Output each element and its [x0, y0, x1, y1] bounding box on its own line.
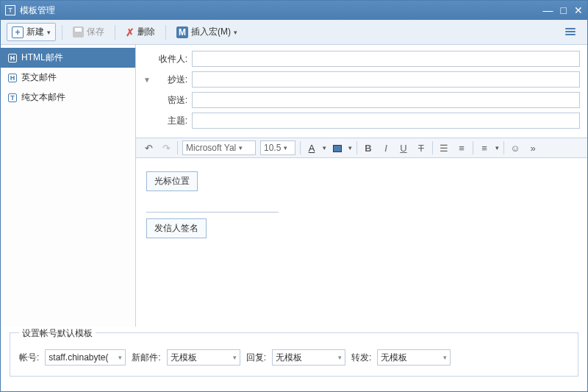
newmail-value: 无模板 [171, 352, 197, 364]
insert-macro-button[interactable]: M 插入宏(M) ▾ [172, 24, 242, 40]
font-size-value: 10.5 [264, 143, 281, 153]
newmail-label: 新邮件: [132, 352, 160, 364]
sidebar-item-html-mail[interactable]: H HTML邮件 [1, 48, 135, 68]
bold-button[interactable]: B [362, 143, 375, 154]
chevron-down-icon: ▾ [118, 354, 122, 361]
html-icon: H [8, 74, 17, 82]
forward-select[interactable]: 无模板 ▾ [377, 349, 451, 366]
toolbar-separator [62, 25, 62, 40]
account-select[interactable]: staff.chinabyte( ▾ [45, 349, 126, 366]
toolbar-separator [177, 141, 178, 154]
new-button[interactable]: + 新建 ▾ [7, 23, 56, 41]
subject-label: 主题: [152, 115, 187, 127]
text-icon: T [8, 93, 17, 102]
redo-button[interactable]: ↷ [159, 143, 173, 154]
panel-legend: 设置帐号默认模板 [19, 327, 96, 340]
window-title: 模板管理 [20, 4, 543, 17]
close-button[interactable]: ✕ [574, 4, 583, 16]
cursor-position-badge[interactable]: 光标位置 [146, 171, 198, 191]
html-icon: H [8, 54, 17, 63]
chevron-down-icon[interactable]: ▾ [348, 144, 352, 152]
font-family-select[interactable]: Microsoft Yal ▾ [182, 140, 256, 155]
strike-button[interactable]: T [415, 143, 428, 154]
chevron-down-icon: ▾ [233, 354, 237, 361]
macro-icon: M [176, 26, 188, 38]
cc-label: 抄送: [152, 74, 187, 86]
to-input[interactable] [192, 51, 580, 67]
default-template-row: 帐号: staff.chinabyte( ▾ 新邮件: 无模板 ▾ 回复: 无模… [19, 349, 569, 366]
toolbar-separator [356, 141, 357, 154]
delete-button[interactable]: ✗ 删除 [121, 24, 159, 40]
italic-button[interactable]: I [379, 143, 392, 154]
account-value: staff.chinabyte( [49, 352, 108, 363]
app-icon: T [5, 5, 15, 15]
newmail-select[interactable]: 无模板 ▾ [167, 349, 240, 366]
save-button: 保存 [68, 24, 109, 40]
list-view-button[interactable] [561, 26, 581, 39]
bcc-input[interactable] [192, 92, 580, 108]
toolbar-separator [473, 141, 473, 154]
list-icon [565, 28, 577, 37]
editor-toolbar: ↶ ↷ Microsoft Yal ▾ 10.5 ▾ A▾ ▾ B I U T [136, 138, 587, 158]
font-color-button[interactable]: A [305, 143, 318, 154]
highlight-swatch-icon [333, 145, 342, 152]
row-cc: ▼ 抄送: [143, 71, 580, 88]
sender-signature-badge[interactable]: 发信人签名 [146, 218, 207, 238]
template-sidebar: H HTML邮件 H 英文邮件 T 纯文本邮件 [1, 45, 136, 327]
toolbar-separator [165, 25, 166, 40]
delete-label: 删除 [137, 26, 155, 38]
to-label: 收件人: [152, 53, 187, 65]
reply-label: 回复: [246, 352, 266, 364]
align-button[interactable]: ≡ [478, 143, 491, 154]
signature-divider [146, 212, 279, 213]
reply-select[interactable]: 无模板 ▾ [272, 349, 345, 366]
sidebar-item-plaintext-mail[interactable]: T 纯文本邮件 [1, 88, 135, 107]
editor-body[interactable]: 光标位置 发信人签名 [136, 158, 587, 327]
undo-button[interactable]: ↶ [142, 143, 155, 154]
header-fields: 收件人: ▼ 抄送: 密送: 主题: [136, 45, 587, 138]
more-button[interactable]: » [526, 143, 539, 154]
toolbar-separator [432, 141, 433, 154]
toolbar-separator [503, 141, 504, 154]
titlebar: T 模板管理 — □ ✕ [1, 1, 587, 20]
maximize-button[interactable]: □ [561, 4, 567, 16]
body-area: H HTML邮件 H 英文邮件 T 纯文本邮件 收件人: ▼ [1, 45, 587, 327]
row-to: 收件人: [143, 51, 580, 67]
account-label: 帐号: [19, 352, 39, 364]
subject-input[interactable] [192, 113, 580, 129]
bullet-list-button[interactable]: ☰ [437, 143, 451, 154]
toolbar-separator [115, 25, 115, 40]
emoji-button[interactable]: ☺ [509, 143, 522, 154]
underline-button[interactable]: U [397, 143, 410, 154]
delete-icon: ✗ [126, 26, 135, 38]
sidebar-item-english-mail[interactable]: H 英文邮件 [1, 68, 135, 88]
sidebar-item-label: HTML邮件 [21, 51, 63, 64]
bcc-label: 密送: [152, 94, 187, 107]
template-manager-window: T 模板管理 — □ ✕ + 新建 ▾ 保存 ✗ 删除 M 插入宏(M) ▾ [0, 0, 588, 392]
cc-input[interactable] [192, 71, 580, 88]
font-size-select[interactable]: 10.5 ▾ [260, 140, 295, 155]
chevron-down-icon[interactable]: ▾ [495, 144, 499, 152]
chevron-down-icon: ▾ [239, 144, 243, 152]
chevron-down-icon: ▾ [284, 144, 287, 152]
row-subject: 主题: [143, 113, 580, 129]
minimize-button[interactable]: — [543, 4, 553, 16]
plus-icon: + [12, 26, 24, 38]
floppy-icon [73, 26, 84, 38]
main-toolbar: + 新建 ▾ 保存 ✗ 删除 M 插入宏(M) ▾ [1, 20, 587, 45]
chevron-down-icon: ▾ [47, 29, 51, 36]
insert-macro-label: 插入宏(M) [191, 26, 231, 38]
default-template-panel: 设置帐号默认模板 帐号: staff.chinabyte( ▾ 新邮件: 无模板… [10, 332, 578, 377]
chevron-down-icon[interactable]: ▾ [323, 144, 326, 152]
new-label: 新建 [26, 26, 44, 38]
main-panel: 收件人: ▼ 抄送: 密送: 主题: [136, 45, 587, 327]
window-controls: — □ ✕ [543, 4, 583, 16]
reply-value: 无模板 [276, 352, 302, 364]
highlight-button[interactable] [331, 143, 344, 154]
row-bcc: 密送: [143, 92, 580, 108]
number-list-button[interactable]: ≡ [455, 143, 468, 154]
chevron-down-icon: ▾ [338, 354, 342, 361]
collapse-cc-icon[interactable]: ▼ [143, 76, 151, 84]
chevron-down-icon: ▾ [234, 29, 237, 36]
save-label: 保存 [87, 26, 104, 38]
